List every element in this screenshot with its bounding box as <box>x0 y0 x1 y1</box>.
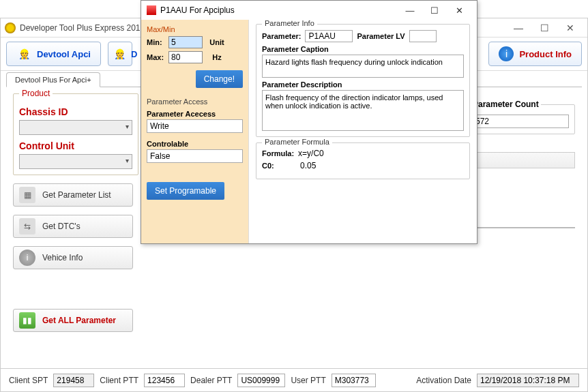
left-column: Product Chassis ID Control Unit ▦ Get Pa… <box>13 93 138 332</box>
parameter-count-label: Parameter Count <box>471 100 541 109</box>
formula-label: Formula: <box>262 149 294 157</box>
parameter-count-group: Parameter Count <box>466 104 575 134</box>
parameter-dialog: P1AAU For Apciplus — ☐ ✕ Max/Min Min: Un… <box>141 0 477 244</box>
dialog-titlebar[interactable]: P1AAU For Apciplus — ☐ ✕ <box>141 1 477 20</box>
product-info-label: Product Info <box>519 49 572 59</box>
unit-value: Hz <box>205 53 229 61</box>
parameter-lv-label: Parameter LV <box>357 32 405 40</box>
parameter-count-field[interactable] <box>472 115 569 128</box>
change-button[interactable]: Change! <box>196 70 243 88</box>
activation-date-label: Activation Date <box>416 376 471 385</box>
devtool-apci-button[interactable]: 👷 Devtool Apci <box>6 42 101 66</box>
dealer-ptt-field[interactable] <box>237 374 285 387</box>
product-info-button[interactable]: i Product Info <box>488 42 582 66</box>
product-group: Product Chassis ID Control Unit <box>13 93 138 175</box>
app-icon <box>5 22 16 33</box>
devtool-d-label: D <box>131 49 137 59</box>
unit-header: Unit <box>205 38 229 46</box>
parameter-access-legend: Parameter Access <box>147 97 243 106</box>
maximize-button[interactable]: ☐ <box>531 20 557 36</box>
controlable-field[interactable] <box>147 149 243 163</box>
worker-icon: 👷 <box>114 46 126 61</box>
tan-panel: Max/Min Min: Unit Max: Hz Change! Parame… <box>141 20 249 243</box>
vehicle-info-label: Vehice Info <box>42 253 83 262</box>
activation-date-field <box>477 374 579 387</box>
max-field[interactable] <box>168 51 203 63</box>
formula-value: x=y/C0 <box>298 149 324 158</box>
get-parameter-list-label: Get Parameter List <box>42 190 111 200</box>
parameter-field[interactable] <box>305 30 353 42</box>
dialog-maximize-button[interactable]: ☐ <box>422 3 447 18</box>
devtool-d-button[interactable]: 👷 D <box>108 42 132 66</box>
tab-devtool-plus[interactable]: Devtool Plus For Apci+ <box>6 72 100 87</box>
minimize-button[interactable]: — <box>505 20 531 36</box>
set-programable-button[interactable]: Set Programable <box>147 182 224 200</box>
c0-value: 0.05 <box>300 161 316 170</box>
parameter-formula-group: Parameter Formula Formula: x=y/C0 C0: 0.… <box>256 142 470 179</box>
status-bar: Client SPT Client PTT Dealer PTT User PT… <box>1 368 587 391</box>
parameter-access-label: Parameter Acecess <box>147 110 243 118</box>
client-ptt-label: Client PTT <box>100 376 138 385</box>
get-all-parameter-label: Get ALL Parameter <box>42 316 116 325</box>
controlable-label: Controlable <box>147 140 243 148</box>
arrows-icon: ⇆ <box>19 218 35 235</box>
client-ptt-field[interactable] <box>144 374 185 387</box>
info-panel: Parameter Info Parameter: Parameter LV P… <box>249 20 477 243</box>
dealer-ptt-label: Dealer PTT <box>190 376 232 385</box>
control-unit-label: Control Unit <box>19 140 132 151</box>
dialog-close-button[interactable]: ✕ <box>447 3 471 18</box>
parameter-formula-legend: Parameter Formula <box>262 138 332 146</box>
dialog-minimize-button[interactable]: — <box>398 3 422 18</box>
user-ptt-field[interactable] <box>332 374 376 387</box>
parameter-label: Parameter: <box>262 32 301 40</box>
get-dtc-button[interactable]: ⇆ Get DTC's <box>13 215 133 238</box>
close-button[interactable]: ✕ <box>557 20 583 36</box>
dialog-title: P1AAU For Apciplus <box>160 5 398 15</box>
info-icon: i <box>19 250 35 266</box>
get-dtc-label: Get DTC's <box>42 222 80 231</box>
parameter-access-field[interactable] <box>147 119 243 133</box>
max-label: Max: <box>147 53 166 61</box>
client-spt-label: Client SPT <box>9 376 48 385</box>
parameter-lv-field[interactable] <box>409 30 437 42</box>
info-icon: i <box>499 46 514 61</box>
chassis-id-label: Chassis ID <box>19 106 132 117</box>
parameter-description-field[interactable]: Flash frequency of the direction indicat… <box>262 90 464 131</box>
get-parameter-list-button[interactable]: ▦ Get Parameter List <box>13 183 133 207</box>
product-legend: Product <box>19 89 53 98</box>
parameter-info-legend: Parameter Info <box>262 19 317 27</box>
control-unit-combo[interactable] <box>19 154 132 169</box>
grid-icon: ▦ <box>19 187 35 203</box>
c0-label: C0: <box>262 162 296 170</box>
min-field[interactable] <box>168 36 203 48</box>
parameter-description-label: Parameter Description <box>262 80 464 89</box>
parameter-info-group: Parameter Info Parameter: Parameter LV P… <box>256 24 470 137</box>
dialog-icon <box>147 5 156 15</box>
chassis-id-combo[interactable] <box>19 120 132 135</box>
user-ptt-label: User PTT <box>291 376 325 385</box>
get-all-parameter-button[interactable]: ▮▮ Get ALL Parameter <box>13 309 133 332</box>
parameter-caption-field[interactable]: Hazard lights flash frequency during unl… <box>262 55 464 78</box>
vehicle-info-button[interactable]: i Vehice Info <box>13 246 133 269</box>
bars-icon: ▮▮ <box>19 312 35 329</box>
devtool-apci-label: Devtool Apci <box>37 49 91 59</box>
maxmin-legend: Max/Min <box>147 25 243 33</box>
worker-icon: 👷 <box>16 46 31 61</box>
min-label: Min: <box>147 38 166 46</box>
client-spt-field <box>53 374 94 387</box>
parameter-caption-label: Parameter Caption <box>262 45 464 53</box>
